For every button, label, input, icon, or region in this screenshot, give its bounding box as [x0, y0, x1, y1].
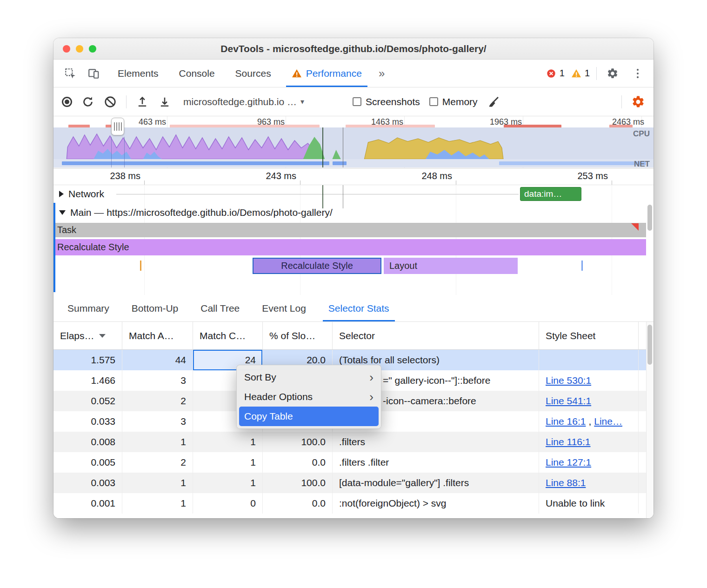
style-sheet-link[interactable]: Line 541:1: [546, 395, 591, 407]
network-request-event[interactable]: data:im…: [520, 187, 581, 201]
tab-event-log[interactable]: Event Log: [251, 295, 317, 321]
cell-pct-slow[interactable]: 100.0: [263, 432, 333, 452]
cell-elapsed[interactable]: 0.005: [53, 452, 122, 473]
cell-match-attempts[interactable]: 3: [122, 370, 193, 391]
tab-call-tree[interactable]: Call Tree: [189, 295, 251, 321]
main-menu-button[interactable]: [628, 64, 647, 83]
style-sheet-link[interactable]: Line 16:1: [546, 416, 586, 427]
main-track-header[interactable]: Main — https://microsoftedge.github.io/D…: [53, 203, 654, 222]
cell-pct-slow[interactable]: 0.0: [263, 493, 333, 514]
cell-match-attempts[interactable]: 1: [122, 493, 193, 514]
cell-selector[interactable]: [data-module="gallery"] .filters: [333, 473, 539, 493]
main-disclosure-icon[interactable]: [59, 210, 66, 215]
settings-button[interactable]: [603, 64, 622, 83]
col-match-attempts[interactable]: Match A…: [122, 322, 193, 349]
cell-elapsed[interactable]: 0.052: [53, 391, 122, 411]
task-event[interactable]: Task: [53, 223, 646, 237]
cell-style-sheet[interactable]: Line 88:1: [539, 473, 639, 493]
memory-checkbox[interactable]: [429, 97, 438, 106]
col-elapsed[interactable]: Elaps…: [53, 322, 122, 349]
style-sheet-link[interactable]: Line 88:1: [546, 477, 586, 488]
cell-match-count[interactable]: 1: [193, 473, 263, 493]
style-sheet-link[interactable]: Line 530:1: [546, 375, 591, 386]
cell-elapsed[interactable]: 0.001: [53, 493, 122, 514]
cell-match-count[interactable]: 1: [193, 452, 263, 473]
reload-and-record-button[interactable]: [81, 95, 94, 108]
memory-checkbox-group[interactable]: Memory: [429, 96, 478, 107]
menu-item-sort-by[interactable]: Sort By ›: [237, 368, 381, 387]
col-selector[interactable]: Selector: [333, 322, 539, 349]
col-match-count[interactable]: Match C…: [193, 322, 263, 349]
table-row[interactable]: 0.005 2 1 0.0 .filters .filter Line 127:…: [53, 452, 654, 473]
cell-match-attempts[interactable]: 2: [122, 391, 193, 411]
tab-selector-stats[interactable]: Selector Stats: [317, 295, 400, 321]
cell-match-attempts[interactable]: 1: [122, 432, 193, 452]
cell-elapsed[interactable]: 0.033: [53, 411, 122, 432]
maximize-button[interactable]: [89, 45, 96, 53]
network-track[interactable]: Network data:im…: [53, 185, 654, 203]
menu-item-copy-table[interactable]: Copy Table: [239, 407, 379, 426]
collect-garbage-button[interactable]: [487, 95, 500, 108]
tab-elements[interactable]: Elements: [107, 60, 169, 87]
cell-selector[interactable]: .filters .filter: [333, 452, 539, 473]
cell-style-sheet[interactable]: Line 530:1: [539, 370, 639, 391]
more-tabs-button[interactable]: »: [372, 60, 391, 87]
recalculate-style-event[interactable]: Recalculate Style: [53, 239, 646, 255]
col-pct-slow[interactable]: % of Slo…: [263, 322, 333, 349]
minor-event-tick[interactable]: [140, 261, 141, 271]
col-style-sheet[interactable]: Style Sheet: [539, 322, 639, 349]
cell-selector[interactable]: :not(foreignObject) > svg: [333, 493, 539, 514]
style-sheet-link[interactable]: Line 127:1: [546, 457, 591, 468]
minimize-button[interactable]: [76, 45, 83, 53]
device-toolbar-button[interactable]: [84, 64, 103, 83]
close-button[interactable]: [63, 45, 70, 53]
cell-match-count[interactable]: 0: [193, 493, 263, 514]
table-row[interactable]: 0.003 1 1 100.0 [data-module="gallery"] …: [53, 473, 654, 493]
error-badge[interactable]: 1: [546, 68, 565, 79]
cell-match-attempts[interactable]: 1: [122, 473, 193, 493]
cell-elapsed[interactable]: 1.466: [53, 370, 122, 391]
table-scrollbar[interactable]: [646, 322, 654, 518]
style-sheet-link[interactable]: Line…: [594, 416, 622, 427]
cell-style-sheet[interactable]: Line 541:1: [539, 391, 639, 411]
screenshots-checkbox-group[interactable]: Screenshots: [353, 96, 420, 107]
cell-style-sheet[interactable]: Line 127:1: [539, 452, 639, 473]
cell-elapsed[interactable]: 1.575: [53, 350, 122, 370]
selection-right-edge[interactable]: [322, 127, 323, 167]
tab-sources[interactable]: Sources: [225, 60, 281, 87]
warning-badge[interactable]: 1: [571, 68, 590, 79]
flame-chart[interactable]: Network data:im… Main — https://microsof…: [53, 185, 654, 295]
menu-item-header-options[interactable]: Header Options ›: [237, 387, 381, 407]
cell-pct-slow[interactable]: 0.0: [263, 452, 333, 473]
load-profile-button[interactable]: [136, 95, 149, 108]
cell-match-attempts[interactable]: 3: [122, 411, 193, 432]
screenshots-checkbox[interactable]: [353, 97, 361, 106]
cell-pct-slow[interactable]: 100.0: [263, 473, 333, 493]
cell-match-attempts[interactable]: 44: [122, 350, 193, 370]
table-row[interactable]: 0.008 1 1 100.0 .filters Line 116:1: [53, 432, 654, 452]
cell-elapsed[interactable]: 0.008: [53, 432, 122, 452]
save-profile-button[interactable]: [158, 95, 171, 108]
tab-performance[interactable]: Performance: [281, 60, 372, 87]
layout-event[interactable]: Layout: [384, 258, 518, 274]
cell-elapsed[interactable]: 0.003: [53, 473, 122, 493]
tab-summary[interactable]: Summary: [56, 295, 120, 321]
selection-handle[interactable]: [111, 118, 124, 135]
table-row[interactable]: 0.001 1 0 0.0 :not(foreignObject) > svg …: [53, 493, 654, 514]
tab-console[interactable]: Console: [169, 60, 225, 87]
cell-style-sheet[interactable]: Line 16:1 , Line…: [539, 411, 639, 432]
clear-button[interactable]: [104, 95, 117, 108]
network-disclosure-icon[interactable]: [59, 191, 64, 197]
timeline-overview[interactable]: 463 ms 963 ms 1463 ms 1963 ms 2463 ms: [53, 116, 654, 168]
capture-settings-button[interactable]: [631, 95, 645, 109]
inspect-element-button[interactable]: [61, 64, 80, 83]
record-button[interactable]: [62, 97, 72, 107]
minor-event-tick[interactable]: [581, 261, 583, 271]
cell-style-sheet[interactable]: Line 116:1: [539, 432, 639, 452]
cell-match-attempts[interactable]: 2: [122, 452, 193, 473]
table-scrollbar-thumb[interactable]: [647, 325, 652, 365]
history-select[interactable]: microsoftedge.github.io … ▾: [180, 96, 343, 107]
cell-style-sheet[interactable]: [539, 350, 639, 370]
style-sheet-link[interactable]: Line 116:1: [546, 436, 591, 448]
selected-recalculate-style-event[interactable]: Recalculate Style: [253, 258, 381, 274]
